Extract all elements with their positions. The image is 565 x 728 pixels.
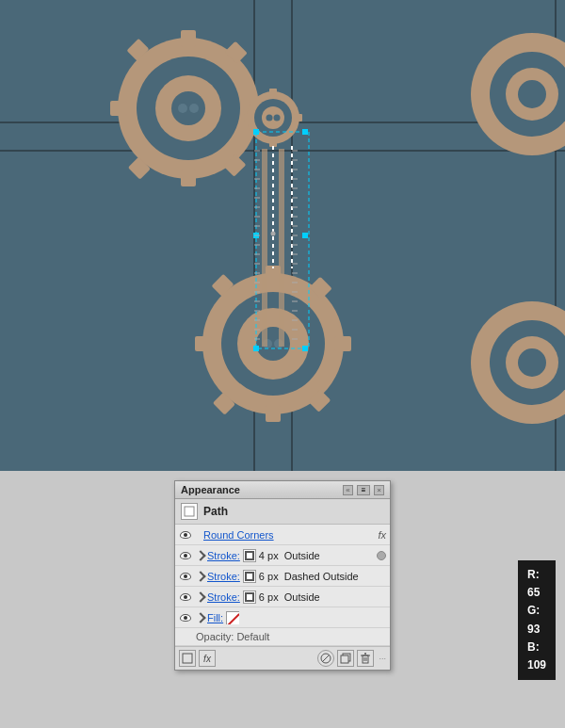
row-opacity: Opacity: Default <box>175 628 390 646</box>
round-corners-label[interactable]: Round Corners <box>203 529 274 541</box>
fill-label[interactable]: Fill: <box>207 612 223 623</box>
stroke-1-label[interactable]: Stroke: <box>207 550 240 561</box>
panel-title: Appearance <box>181 484 240 495</box>
fx-button[interactable]: fx <box>199 650 216 667</box>
tooltip-g: G: 93 <box>527 602 546 638</box>
svg-rect-62 <box>279 149 284 347</box>
panel-titlebar: Appearance « ≡ × <box>175 481 390 499</box>
svg-rect-10 <box>181 170 196 186</box>
expand-arrow-stroke-1[interactable] <box>195 550 205 560</box>
stroke-2-swatch[interactable] <box>243 570 256 583</box>
svg-rect-9 <box>181 30 196 47</box>
opacity-label: Opacity: <box>196 631 236 642</box>
row-round-corners: Round Corners fx <box>175 525 390 545</box>
panel-close-button[interactable]: × <box>374 485 384 495</box>
expand-arrow-stroke-2[interactable] <box>195 571 205 581</box>
svg-point-60 <box>271 232 276 236</box>
svg-point-35 <box>256 327 290 361</box>
opacity-value: Default <box>236 631 269 642</box>
panel-footer: fx <box>175 646 390 670</box>
stroke-3-swatch[interactable] <box>243 590 256 604</box>
svg-line-108 <box>322 655 330 662</box>
svg-point-19 <box>189 104 199 113</box>
svg-rect-30 <box>195 336 212 351</box>
panel-path-header: Path <box>175 499 390 525</box>
appearance-panel: Appearance « ≡ × Path Round Corners <box>174 480 391 671</box>
duplicate-button[interactable] <box>337 650 354 667</box>
path-icon <box>181 503 198 520</box>
row-fill: Fill: <box>175 607 390 628</box>
eye-icon-stroke-2[interactable] <box>179 570 192 583</box>
svg-rect-48 <box>269 138 277 147</box>
new-layer-button[interactable] <box>179 650 196 667</box>
stroke-1-indicator <box>377 551 386 560</box>
svg-rect-28 <box>266 405 281 422</box>
eye-icon-round-corners[interactable] <box>179 528 192 542</box>
stroke-2-value: 6 px Dashed Outside <box>259 571 386 582</box>
fill-swatch[interactable] <box>226 611 239 624</box>
svg-rect-61 <box>262 149 267 347</box>
delete-button[interactable] <box>357 650 374 667</box>
svg-rect-106 <box>183 654 192 663</box>
eye-icon-stroke-3[interactable] <box>179 590 192 604</box>
svg-rect-49 <box>294 114 302 121</box>
stroke-3-value: 6 px Outside <box>259 591 386 603</box>
panel-menu-button[interactable]: ≡ <box>357 485 370 495</box>
canvas <box>0 0 565 471</box>
row-stroke-1: Stroke: 4 px Outside <box>175 545 390 566</box>
expand-arrow-fill[interactable] <box>195 612 205 623</box>
svg-rect-111 <box>363 655 368 663</box>
panel-area: R: 65 G: 93 B: 109 Appearance « ≡ × Pa <box>0 471 565 728</box>
svg-rect-59 <box>302 233 308 238</box>
svg-point-18 <box>178 104 187 113</box>
svg-rect-12 <box>110 101 127 116</box>
fx-badge[interactable]: fx <box>378 529 386 541</box>
panel-collapse-button[interactable]: « <box>343 485 353 495</box>
path-label: Path <box>203 505 228 518</box>
svg-rect-105 <box>185 507 194 516</box>
tooltip-r: R: 65 <box>527 566 546 602</box>
stroke-3-label[interactable]: Stroke: <box>207 591 240 603</box>
svg-rect-29 <box>334 336 351 351</box>
svg-rect-55 <box>302 129 308 135</box>
svg-rect-56 <box>253 346 259 351</box>
svg-rect-47 <box>269 89 277 97</box>
eye-icon-fill[interactable] <box>179 611 192 624</box>
svg-point-23 <box>518 80 546 108</box>
svg-point-17 <box>171 91 205 125</box>
row-stroke-2: Stroke: 6 px Dashed Outside <box>175 566 390 587</box>
stroke-1-swatch[interactable] <box>243 549 256 562</box>
svg-point-45 <box>266 115 273 121</box>
svg-rect-54 <box>253 129 259 135</box>
no-style-button[interactable] <box>317 650 334 667</box>
eye-icon-stroke-1[interactable] <box>179 549 192 562</box>
svg-rect-57 <box>302 346 308 351</box>
svg-point-46 <box>274 115 281 121</box>
svg-rect-50 <box>244 114 252 121</box>
tooltip-b: B: 109 <box>527 639 546 674</box>
svg-rect-110 <box>341 655 348 663</box>
svg-point-44 <box>262 106 284 129</box>
svg-point-41 <box>518 348 546 377</box>
row-stroke-3: Stroke: 6 px Outside <box>175 587 390 607</box>
stroke-1-value: 4 px Outside <box>259 550 374 561</box>
stroke-2-label[interactable]: Stroke: <box>207 571 240 582</box>
expand-arrow-stroke-3[interactable] <box>195 591 205 602</box>
